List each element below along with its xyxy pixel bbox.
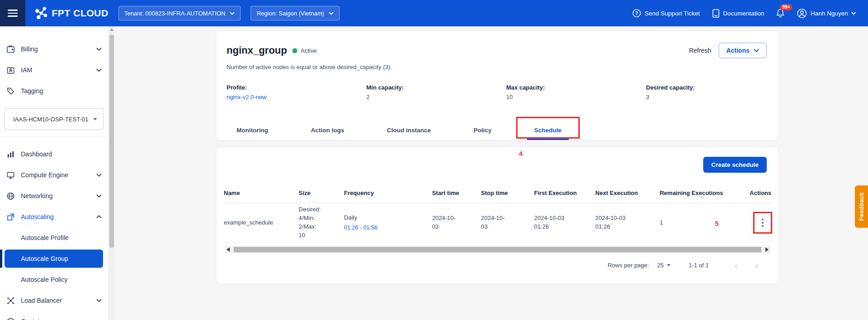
chevron-down-icon (329, 12, 334, 15)
rows-per-page-select[interactable]: 25 (657, 262, 670, 269)
sidebar-item-autoscale-group[interactable]: Autoscale Group (0, 248, 108, 269)
sidebar-item-load-balancer[interactable]: Load Balancer (0, 290, 108, 311)
documentation-link[interactable]: Documentation (712, 9, 764, 18)
tab-monitoring[interactable]: Monitoring (228, 120, 276, 140)
active-tab-underline (527, 139, 569, 140)
refresh-button[interactable]: Refresh (689, 47, 711, 54)
sidebar-item-dashboard[interactable]: Dashboard (0, 144, 108, 165)
cell-actions (745, 212, 771, 233)
frequency-time-link[interactable]: 01:26 - 01:56 (344, 224, 432, 232)
sidebar-item-autoscale-policy[interactable]: Autoscale Policy (0, 269, 108, 290)
sidebar-item-networking[interactable]: Networking (0, 185, 108, 206)
feedback-tab[interactable]: Feedback (855, 185, 868, 228)
tab-bar: Monitoring Action logs Cloud instance Po… (217, 120, 779, 140)
user-circle-icon (797, 8, 807, 19)
networking-icon (6, 192, 15, 200)
top-navbar: FPT CLOUD Tenant: 000823-INFRA-AUTOMATIO… (0, 0, 868, 26)
chevron-down-icon (754, 49, 759, 52)
user-menu[interactable]: Hanh Nguyen (797, 8, 856, 19)
group-description: Number of active nodes is equal or above… (217, 58, 779, 70)
container-icon (6, 317, 15, 320)
user-name: Hanh Nguyen (810, 10, 848, 17)
horizontal-scrollbar-thumb[interactable] (234, 247, 761, 252)
sidebar-scrollbar-thumb[interactable] (109, 35, 114, 248)
cell-next-execution: 2024-10-03 01:26 (595, 214, 660, 231)
schedule-table: Name Size Frequency Start time Stop time… (217, 183, 779, 253)
desired-capacity-field: Desired capacity: 3 (646, 84, 786, 100)
sidebar-scrollbar[interactable] (108, 26, 115, 320)
profile-field: Profile: nginx-v2.0-new (227, 84, 366, 100)
chevron-down-icon (851, 12, 856, 15)
notification-badge: 99+ (780, 4, 792, 10)
project-select[interactable]: IAAS-HCM10-OSP-TEST-01 (5, 108, 104, 130)
svg-text:?: ? (635, 10, 638, 16)
previous-page-button[interactable]: ‹ (726, 260, 746, 270)
chevron-down-icon (93, 118, 98, 121)
sidebar: Billing IAM Tagging IAAS-HCM10-OSP-TEST-… (0, 26, 108, 320)
cell-frequency: Daily 01:26 - 01:56 (344, 214, 432, 232)
scroll-right-arrow-icon[interactable] (765, 247, 769, 252)
cell-size: Desired: 4/Min: 2/Max: 10 (299, 205, 344, 240)
sidebar-item-compute-engine[interactable]: Compute Engine (0, 165, 108, 185)
table-row: example_schedule Desired: 4/Min: 2/Max: … (224, 203, 771, 243)
table-header-row: Name Size Frequency Start time Stop time… (224, 183, 771, 203)
cell-start-time: 2024-10- 03 (432, 214, 481, 231)
help-circle-icon: ? (632, 9, 641, 18)
tenant-dropdown[interactable]: Tenant: 000823-INFRA-AUTOMATION (118, 6, 241, 20)
tab-schedule[interactable]: Schedule (526, 120, 570, 140)
cell-first-execution: 2024-10-03 01:26 (534, 214, 595, 231)
chevron-up-icon (96, 215, 102, 219)
create-schedule-button[interactable]: Create schedule (703, 157, 767, 173)
sidebar-item-billing[interactable]: Billing (0, 39, 108, 60)
chevron-down-icon (667, 264, 671, 266)
tag-icon (6, 87, 15, 95)
iam-icon (6, 66, 15, 75)
status-badge: Active (301, 47, 316, 54)
cell-stop-time: 2024-10- 03 (481, 214, 534, 231)
chevron-down-icon (96, 173, 102, 177)
page-title: nginx_group (227, 45, 287, 56)
group-header-card: nginx_group Active Refresh Actions Numbe… (216, 30, 779, 140)
profile-link[interactable]: nginx-v2.0-new (227, 94, 366, 100)
annotation-number-5: 5 (715, 220, 719, 227)
autoscaling-icon (6, 213, 15, 221)
table-horizontal-scrollbar[interactable] (225, 246, 770, 253)
document-icon (712, 9, 720, 18)
region-dropdown[interactable]: Region: Saigon (Vietnam) (251, 6, 340, 20)
sidebar-item-iam[interactable]: IAM (0, 60, 108, 80)
chevron-down-icon (96, 299, 102, 302)
region-label: Region: Saigon (Vietnam) (256, 10, 324, 17)
sidebar-item-autoscaling[interactable]: Autoscaling (0, 206, 108, 227)
tab-policy[interactable]: Policy (465, 120, 500, 140)
notifications-button[interactable]: 99+ (776, 8, 785, 18)
tab-cloud-instance[interactable]: Cloud instance (379, 120, 439, 140)
scroll-left-arrow-icon[interactable] (227, 247, 230, 252)
sidebar-item-autoscale-profile[interactable]: Autoscale Profile (0, 227, 108, 248)
scroll-up-arrow-icon[interactable] (110, 28, 113, 31)
sidebar-item-container[interactable]: Container (0, 311, 108, 320)
compute-engine-icon (6, 171, 15, 180)
dashboard-icon (6, 150, 15, 159)
tab-action-logs[interactable]: Action logs (303, 120, 353, 140)
annotation-number-4: 4 (519, 150, 523, 157)
cell-name: example_schedule (224, 219, 299, 227)
selected-indicator (0, 250, 2, 268)
chevron-down-icon (96, 194, 102, 198)
status-active-dot (292, 48, 297, 53)
pagination-range: 1-1 of 1 (689, 262, 709, 269)
sidebar-item-tagging[interactable]: Tagging (0, 80, 108, 101)
tenant-label: Tenant: 000823-INFRA-AUTOMATION (124, 10, 226, 17)
group-info-row: Profile: nginx-v2.0-new Min capacity: 2 … (217, 70, 779, 100)
pagination: Rows per page: 25 1-1 of 1 ‹ › (217, 253, 779, 270)
max-capacity-field: Max capacity: 10 (506, 84, 646, 100)
min-capacity-field: Min capacity: 2 (366, 84, 506, 100)
fpt-logo-icon (35, 6, 48, 20)
load-balancer-icon (6, 296, 15, 305)
actions-button[interactable]: Actions (719, 43, 767, 58)
row-actions-button[interactable] (754, 212, 771, 233)
fpt-cloud-logo[interactable]: FPT CLOUD (35, 6, 108, 20)
menu-button[interactable] (0, 0, 25, 26)
send-support-ticket-link[interactable]: ? Send Support Ticket (632, 9, 700, 18)
billing-icon (6, 45, 15, 54)
next-page-button[interactable]: › (746, 260, 767, 270)
